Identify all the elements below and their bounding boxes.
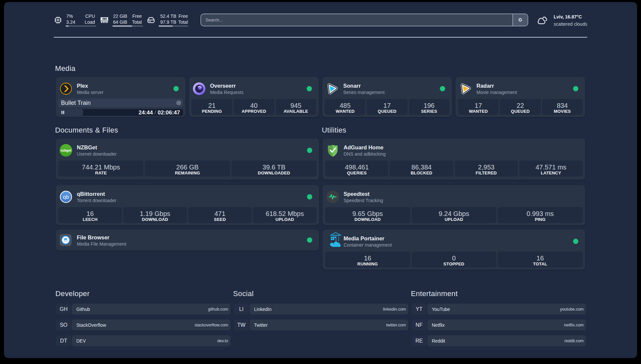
svg-text:qb: qb <box>63 194 69 200</box>
svg-text:nzbget: nzbget <box>61 149 72 152</box>
